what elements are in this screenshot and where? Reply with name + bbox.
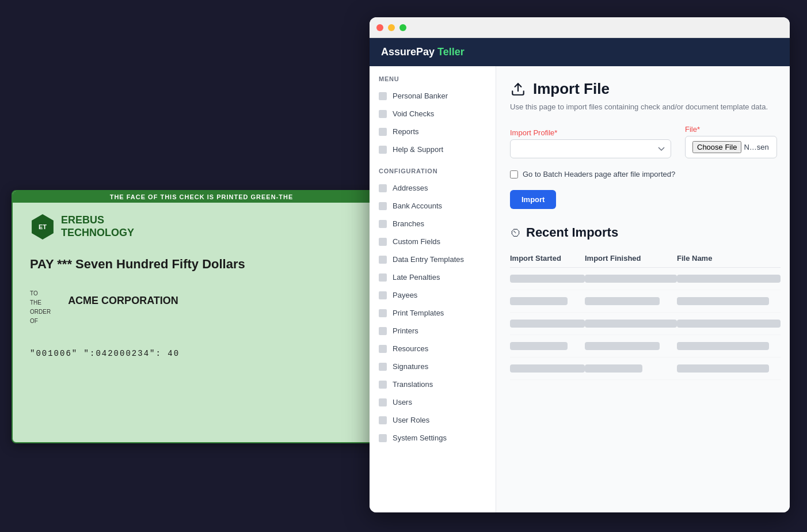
form-row: Import Profile* File* [510,125,776,158]
custom-fields-icon [379,238,387,246]
app-body: MENU Personal Banker Void Checks Reports… [370,66,790,512]
check-to-label: TOTHEORDEROF [30,289,51,326]
skeleton-bar [677,297,769,305]
sidebar-item-label: Resources [393,344,428,353]
sidebar-item-label: User Roles [393,416,429,424]
sidebar-item-custom-fields[interactable]: Custom Fields [370,233,496,250]
sidebar-item-label: Reports [393,127,419,136]
import-profile-label: Import Profile* [510,128,671,137]
page-title: Import File [533,80,610,98]
sidebar-item-label: Branches [393,219,424,228]
skeleton-bar [585,297,660,305]
sidebar-item-reports[interactable]: Reports [370,123,496,140]
sidebar-item-users[interactable]: Users [370,393,496,411]
window-minimize-btn[interactable] [388,24,395,31]
col-header-import-finished: Import Finished [585,249,677,268]
sidebar-item-label: Translations [393,380,433,389]
sidebar-item-label: Custom Fields [393,237,440,246]
batch-headers-checkbox[interactable] [510,170,518,178]
branches-icon [379,220,387,228]
skeleton-bar [585,364,642,373]
checkbox-row: Go to Batch Headers page after file impo… [510,170,776,178]
skeleton-bar [510,320,585,328]
void-checks-icon [379,110,387,118]
table-row [510,358,781,380]
table-row [510,335,781,358]
skeleton-bar [677,320,781,328]
sidebar-item-data-entry-templates[interactable]: Data Entry Templates [370,250,496,268]
sidebar-item-late-penalties[interactable]: Late Penalties [370,268,496,286]
app-header: AssurePay Teller [370,38,790,66]
sidebar-item-printers[interactable]: Printers [370,322,496,340]
help-icon [379,146,387,154]
check-logo: ET [30,214,55,240]
addresses-icon [379,184,387,192]
reports-icon [379,128,387,136]
sidebar-item-signatures[interactable]: Signatures [370,358,496,375]
skeleton-bar [585,320,677,328]
import-button[interactable]: Import [510,190,556,209]
check-image: THE FACE OF THIS CHECK IS PRINTED GREEN-… [12,190,391,443]
table-row [510,290,781,313]
import-file-icon [510,81,526,97]
sidebar-item-label: Users [393,398,412,406]
recent-imports-title: Recent Imports [526,225,618,240]
sidebar-item-label: Help & Support [393,145,443,154]
sidebar-item-print-templates[interactable]: Print Templates [370,304,496,322]
sidebar-item-branches[interactable]: Branches [370,215,496,233]
sidebar-item-label: System Settings [393,434,447,442]
sidebar-item-label: Print Templates [393,309,444,317]
sidebar-item-label: Personal Banker [393,92,448,100]
import-profile-group: Import Profile* [510,128,671,158]
sidebar-item-label: Late Penalties [393,273,440,282]
page-subtitle: Use this page to import files containing… [510,102,776,111]
sidebar-item-resources[interactable]: Resources [370,340,496,358]
app-window: AssurePay Teller MENU Personal Banker Vo… [370,17,790,512]
check-pay-line: PAY *** Seven Hundred Fifty Dollars [30,257,373,272]
recent-imports-icon: ⏲ [510,226,521,240]
file-group: File* [685,125,777,158]
sidebar-item-user-roles[interactable]: User Roles [370,411,496,429]
table-row [510,268,781,290]
sidebar-item-void-checks[interactable]: Void Checks [370,105,496,123]
sidebar-item-system-settings[interactable]: System Settings [370,429,496,447]
system-settings-icon [379,434,387,442]
sidebar-item-label: Void Checks [393,109,434,118]
skeleton-bar [585,275,677,283]
sidebar-item-label: Printers [393,326,418,335]
recent-imports-title-row: ⏲ Recent Imports [510,225,776,240]
sidebar-item-personal-banker[interactable]: Personal Banker [370,87,496,105]
col-header-import-started: Import Started [510,249,585,268]
window-maximize-btn[interactable] [399,24,406,31]
user-roles-icon [379,416,387,424]
sidebar-item-bank-accounts[interactable]: Bank Accounts [370,197,496,215]
sidebar-item-addresses[interactable]: Addresses [370,179,496,197]
sidebar-item-translations[interactable]: Translations [370,375,496,393]
config-section-label: CONFIGURATION [370,158,496,179]
translations-icon [379,381,387,389]
sidebar: MENU Personal Banker Void Checks Reports… [370,66,496,512]
users-icon [379,398,387,406]
late-penalties-icon [379,273,387,282]
skeleton-bar [510,364,585,373]
sidebar-item-label: Signatures [393,362,428,371]
window-close-btn[interactable] [376,24,383,31]
sidebar-item-help[interactable]: Help & Support [370,140,496,158]
skeleton-bar [677,275,781,283]
file-input[interactable] [685,136,777,158]
print-templates-icon [379,309,387,317]
check-payee-name: ACME CORPORATION [68,289,178,307]
personal-banker-icon [379,92,387,100]
import-profile-select[interactable] [510,139,671,158]
signatures-icon [379,363,387,371]
col-header-file-name: File Name [677,249,781,268]
skeleton-bar [585,342,660,350]
window-titlebar [370,17,790,38]
bank-accounts-icon [379,202,387,210]
menu-section-label: MENU [370,66,496,87]
sidebar-item-payees[interactable]: Payees [370,286,496,304]
skeleton-bar [677,342,769,350]
table-row [510,313,781,335]
data-entry-templates-icon [379,256,387,264]
sidebar-item-label: Payees [393,291,417,299]
